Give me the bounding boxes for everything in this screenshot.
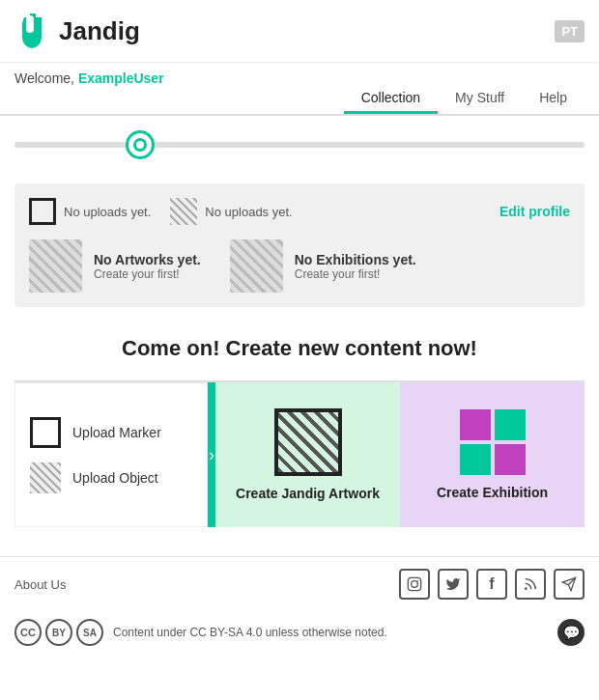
slider-track[interactable]	[14, 142, 585, 148]
square-outline-icon	[29, 198, 56, 225]
cta-section: Come on! Create new content now!	[0, 317, 599, 371]
welcome-user: ExampleUser	[78, 70, 164, 86]
ex-cell-2	[495, 409, 526, 440]
cta-text: Come on! Create new content now!	[14, 336, 585, 361]
svg-point-4	[525, 587, 528, 590]
license-bar: CC BY SA Content under CC BY-SA 4.0 unle…	[0, 611, 599, 654]
tab-my-stuff[interactable]: My Stuff	[438, 84, 522, 114]
tab-help[interactable]: Help	[522, 84, 585, 114]
action-cards: Upload Marker Upload Object › Create Jan…	[14, 382, 585, 527]
artwork-title: No Artworks yet.	[94, 252, 201, 267]
ex-cell-1	[460, 409, 491, 440]
hatch-icon	[170, 198, 197, 225]
license-icons: CC BY SA	[14, 619, 103, 646]
upload-text-1: No uploads yet.	[64, 205, 151, 219]
exhibition-info: No Exhibitions yet. Create your first!	[295, 252, 416, 281]
upload-object-label: Upload Object	[72, 470, 158, 486]
slider-section	[0, 116, 599, 174]
slider-thumb[interactable]	[126, 130, 155, 159]
tab-collection[interactable]: Collection	[344, 84, 438, 114]
card-left: Upload Marker Upload Object	[14, 382, 208, 527]
telegram-icon[interactable]	[554, 569, 585, 600]
upload-marker-item[interactable]: Upload Marker	[30, 417, 192, 448]
exhibition-subtitle: Create your first!	[295, 267, 416, 281]
upload-text-2: No uploads yet.	[205, 205, 292, 219]
content-section: No uploads yet. No uploads yet. Edit pro…	[14, 183, 585, 307]
create-exhibition-label: Create Exhibition	[437, 485, 548, 500]
upload-item-2: No uploads yet.	[170, 198, 292, 225]
separator-arrow-icon: ›	[209, 445, 214, 465]
card-create-artwork[interactable]: Create Jandig Artwork	[215, 382, 400, 527]
create-exhibition-icon	[460, 409, 526, 475]
header: Jandig PT	[0, 0, 599, 63]
upload-item-1: No uploads yet.	[29, 198, 151, 225]
upload-object-item[interactable]: Upload Object	[30, 462, 192, 493]
license-text: Content under CC BY-SA 4.0 unless otherw…	[113, 626, 548, 639]
svg-rect-0	[26, 15, 34, 33]
artworks-row: No Artworks yet. Create your first! No E…	[29, 239, 570, 293]
rss-icon[interactable]	[515, 569, 546, 600]
create-artwork-icon	[274, 408, 342, 476]
svg-point-3	[417, 580, 418, 581]
ex-cell-4	[495, 444, 526, 475]
artwork-subtitle: Create your first!	[94, 267, 201, 281]
exhibition-item-1: No Exhibitions yet. Create your first!	[230, 239, 416, 293]
logo-text: Jandig	[59, 16, 140, 46]
upload-marker-label: Upload Marker	[72, 425, 161, 440]
nav-tabs: Collection My Stuff Help	[344, 84, 585, 114]
ex-cell-3	[460, 444, 491, 475]
welcome-message: Welcome, ExampleUser	[14, 70, 164, 86]
exhibition-title: No Exhibitions yet.	[295, 252, 416, 267]
social-icons: f	[399, 569, 585, 600]
card-create-exhibition[interactable]: Create Exhibition	[400, 382, 585, 527]
upload-marker-icon	[30, 417, 61, 448]
twitter-icon[interactable]	[438, 569, 469, 600]
sa-icon: SA	[76, 619, 103, 646]
exhibition-thumbnail	[230, 239, 283, 293]
about-us-link[interactable]: About Us	[14, 577, 66, 592]
by-icon: BY	[45, 619, 72, 646]
instagram-icon[interactable]	[399, 569, 430, 600]
svg-rect-1	[408, 577, 420, 590]
svg-point-2	[412, 581, 418, 588]
pt-badge[interactable]: PT	[555, 20, 585, 42]
chat-icon[interactable]: 💬	[557, 619, 585, 646]
logo: Jandig	[14, 10, 140, 52]
artwork-item-1: No Artworks yet. Create your first!	[29, 239, 201, 293]
logo-icon	[14, 10, 51, 52]
artwork-thumbnail	[29, 239, 82, 293]
facebook-icon[interactable]: f	[476, 569, 507, 600]
card-separator: ›	[208, 382, 215, 527]
edit-profile-link[interactable]: Edit profile	[499, 204, 570, 219]
cc-icon: CC	[14, 619, 42, 646]
upload-object-icon	[30, 462, 61, 493]
nav-bar: Welcome, ExampleUser Collection My Stuff…	[0, 63, 599, 116]
create-artwork-label: Create Jandig Artwork	[236, 486, 380, 501]
footer: About Us f	[0, 556, 599, 611]
uploads-row: No uploads yet. No uploads yet. Edit pro…	[29, 198, 570, 225]
artwork-info: No Artworks yet. Create your first!	[94, 252, 201, 281]
slider-thumb-inner	[133, 138, 147, 152]
